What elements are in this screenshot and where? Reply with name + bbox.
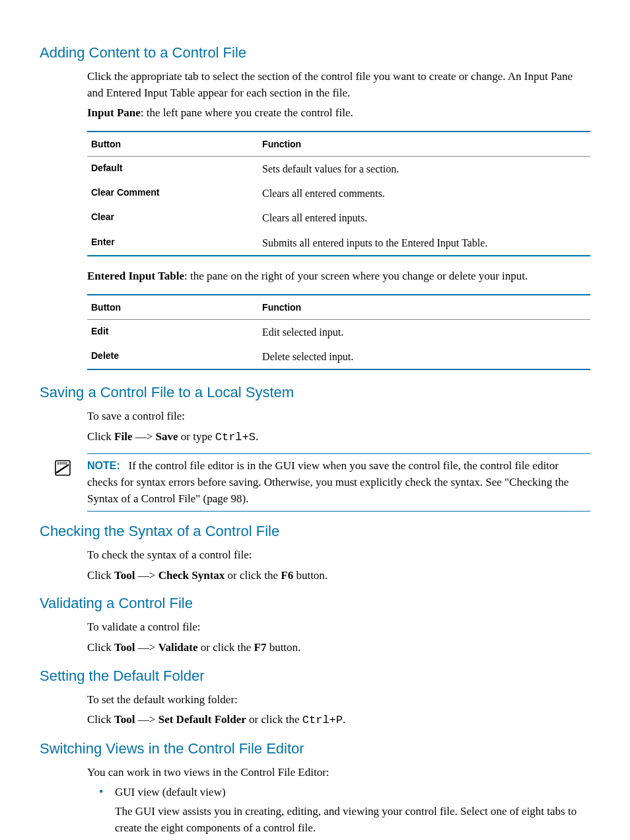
- text: or click the: [225, 569, 281, 582]
- table-row: Clear Comment Clears all entered comment…: [87, 181, 590, 206]
- body-text: To check the syntax of a control file:: [87, 547, 590, 564]
- shortcut-ctrl-p: Ctrl+P: [302, 714, 343, 726]
- note-block: NOTE: If the control file editor is in t…: [87, 453, 590, 512]
- text: —>: [132, 430, 155, 443]
- heading-checking-syntax: Checking the Syntax of a Control File: [40, 521, 590, 542]
- text: or type: [178, 430, 215, 443]
- cell-button: Edit: [87, 319, 258, 344]
- body-text: Click Tool —> Set Default Folder or clic…: [87, 712, 590, 729]
- cell-function: Clears all entered comments.: [258, 181, 590, 206]
- text: button.: [293, 569, 328, 582]
- cell-button: Clear Comment: [87, 181, 258, 206]
- note-label: NOTE:: [87, 460, 120, 471]
- heading-validating: Validating a Control File: [40, 593, 590, 614]
- note-text: NOTE: If the control file editor is in t…: [87, 458, 590, 507]
- column-header-function: Function: [258, 132, 590, 157]
- menu-tool: Tool: [114, 641, 135, 654]
- body-text: Click File —> Save or type Ctrl+S.: [87, 429, 590, 446]
- text: —>: [135, 641, 158, 654]
- table-row: Enter Submits all entered inputs to the …: [87, 231, 590, 256]
- menu-set-default-folder: Set Default Folder: [158, 713, 246, 726]
- text: —>: [135, 713, 158, 726]
- list-item-gui-view: GUI view (default view) The GUI view ass…: [99, 784, 590, 836]
- cell-function: Edit selected input.: [258, 319, 590, 344]
- cell-function: Delete selected input.: [258, 344, 590, 369]
- column-header-button: Button: [87, 132, 258, 157]
- menu-file: File: [114, 430, 132, 443]
- text: button.: [266, 641, 300, 654]
- text: .: [343, 713, 345, 726]
- body-text: Click Tool —> Check Syntax or click the …: [87, 568, 590, 584]
- text: Click: [87, 569, 114, 582]
- body-text: Entered Input Table: the pane on the rig…: [87, 268, 590, 285]
- body-text: To save a control file:: [87, 408, 590, 425]
- text: —>: [135, 569, 158, 582]
- table-row: Edit Edit selected input.: [87, 319, 590, 344]
- cell-function: Submits all entered inputs to the Entere…: [258, 231, 590, 256]
- menu-save: Save: [156, 430, 178, 443]
- term-entered-input-table: Entered Input Table: [87, 270, 184, 282]
- cell-button: Clear: [87, 206, 258, 230]
- note-icon: [53, 458, 73, 483]
- note-body: If the control file editor is in the GUI…: [87, 459, 569, 504]
- heading-default-folder: Setting the Default Folder: [40, 666, 590, 687]
- body-text: : the left pane where you create the con…: [141, 106, 353, 119]
- text: or click the: [246, 713, 302, 726]
- text: .: [256, 430, 258, 443]
- text: Click: [87, 713, 114, 726]
- list-item-desc: The GUI view assists you in creating, ed…: [115, 804, 590, 836]
- heading-saving-control-file: Saving a Control File to a Local System: [40, 382, 590, 403]
- input-pane-buttons-table: Button Function Default Sets default val…: [87, 131, 590, 256]
- entered-input-buttons-table: Button Function Edit Edit selected input…: [87, 294, 590, 371]
- key-f7: F7: [254, 641, 267, 654]
- menu-validate: Validate: [158, 641, 198, 654]
- column-header-function: Function: [258, 295, 590, 320]
- body-text: You can work in two views in the Control…: [87, 765, 590, 781]
- column-header-button: Button: [87, 295, 258, 320]
- cell-button: Enter: [87, 231, 258, 256]
- body-text: Input Pane: the left pane where you crea…: [87, 105, 590, 122]
- cell-button: Default: [87, 157, 258, 182]
- menu-tool: Tool: [114, 569, 135, 582]
- menu-tool: Tool: [114, 713, 135, 726]
- body-text: Click Tool —> Validate or click the F7 b…: [87, 640, 590, 656]
- heading-switching-views: Switching Views in the Control File Edit…: [40, 738, 590, 759]
- list-item-label: GUI view (default view): [115, 786, 226, 798]
- body-text: To set the default working folder:: [87, 692, 590, 708]
- cell-function: Clears all entered inputs.: [258, 206, 590, 230]
- table-row: Default Sets default values for a sectio…: [87, 157, 590, 182]
- table-row: Clear Clears all entered inputs.: [87, 206, 590, 230]
- text: or click the: [198, 641, 254, 654]
- heading-adding-content: Adding Content to a Control File: [40, 42, 590, 63]
- key-f6: F6: [281, 569, 293, 582]
- svg-line-1: [57, 465, 69, 473]
- term-input-pane: Input Pane: [87, 106, 141, 119]
- body-text: : the pane on the right of your screen w…: [184, 270, 528, 282]
- shortcut-ctrl-s: Ctrl+S: [215, 431, 256, 443]
- table-row: Delete Delete selected input.: [87, 344, 590, 369]
- text: Click: [87, 641, 114, 654]
- text: Click: [87, 430, 114, 443]
- cell-button: Delete: [87, 344, 258, 369]
- body-text: To validate a control file:: [87, 619, 590, 636]
- menu-check-syntax: Check Syntax: [158, 569, 225, 582]
- cell-function: Sets default values for a section.: [258, 157, 590, 182]
- body-text: Click the appropriate tab to select the …: [87, 69, 590, 101]
